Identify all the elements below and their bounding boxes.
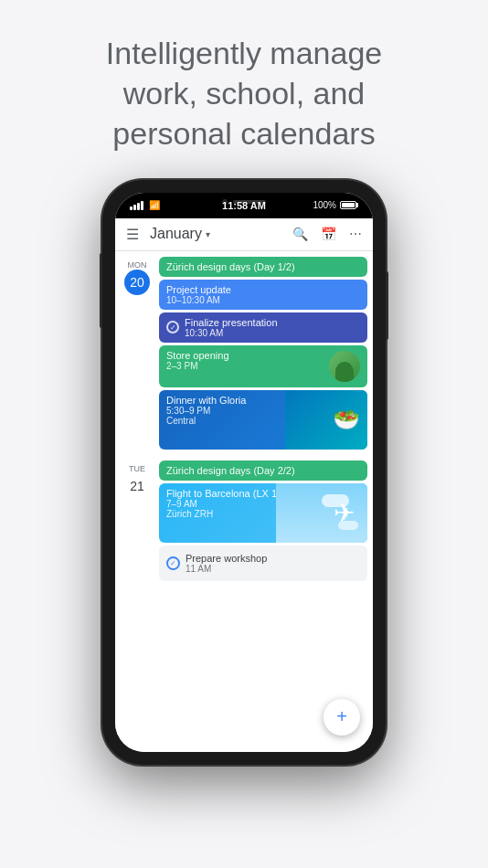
phone-screen: 📶 11:58 AM 100% ☰ January ▾ 🔍 [115, 193, 373, 752]
bar1 [130, 206, 133, 210]
bar4 [141, 201, 143, 210]
dinner-event[interactable]: 🥗 Dinner with Gloria 5:30–9 PM Central [159, 390, 367, 450]
day-row-monday: MON 20 Zürich design days (Day 1/2) Proj… [115, 251, 373, 453]
hamburger-icon[interactable]: ☰ [126, 226, 139, 243]
fab-button[interactable]: + [324, 699, 360, 736]
zurich-day1-title: Zürich design days (Day 1/2) [166, 261, 360, 272]
fab-icon: + [336, 706, 347, 727]
day-number-20: 20 [124, 270, 150, 295]
workshop-title: Prepare workshop [186, 553, 267, 564]
zurich-day2-event[interactable]: Zürich design days (Day 2/2) [159, 460, 367, 481]
monday-events: Zürich design days (Day 1/2) Project upd… [159, 257, 367, 450]
bar2 [133, 205, 136, 210]
search-icon[interactable]: 🔍 [292, 227, 308, 241]
battery-tip [356, 203, 358, 207]
headline: Intelligently manage work, school, and p… [69, 0, 419, 173]
app-header: ☰ January ▾ 🔍 📅 ⋯ [115, 218, 373, 251]
dropdown-arrow: ▾ [206, 229, 210, 239]
day-label-monday: MON 20 [121, 257, 154, 295]
battery-fill [342, 203, 355, 207]
signal-area: 📶 [130, 200, 160, 210]
project-time: 10–10:30 AM [166, 295, 360, 305]
status-time: 11:58 AM [222, 200, 266, 211]
finalize-time: 10:30 AM [185, 328, 278, 338]
battery-icon [340, 201, 358, 209]
status-bar: 📶 11:58 AM 100% [115, 193, 373, 218]
month-label: January [150, 226, 202, 242]
headline-text: Intelligently manage work, school, and p… [106, 33, 382, 154]
finalize-event[interactable]: ✓ Finalize presentation 10:30 AM [159, 312, 367, 343]
workshop-text: Prepare workshop 11 AM [186, 553, 267, 574]
project-update-event[interactable]: Project update 10–10:30 AM [159, 280, 367, 310]
calendar-content: MON 20 Zürich design days (Day 1/2) Proj… [115, 251, 373, 752]
day-name-tue: TUE [129, 464, 145, 473]
zurich-day1-event[interactable]: Zürich design days (Day 1/2) [159, 257, 367, 277]
signal-bars [130, 201, 143, 210]
store-opening-event[interactable]: Store opening 2–3 PM [159, 345, 367, 387]
finalize-title: Finalize presentation [185, 317, 278, 328]
zurich-day2-title: Zürich design days (Day 2/2) [166, 465, 360, 476]
month-title[interactable]: January ▾ [150, 226, 210, 242]
project-title: Project update [166, 284, 360, 295]
day-label-tuesday: TUE 21 [121, 460, 154, 499]
battery-percent: 100% [313, 200, 336, 210]
day-number-21: 21 [124, 473, 150, 499]
day-row-tuesday: TUE 21 Zürich design days (Day 2/2) [115, 455, 373, 585]
header-icons: 🔍 📅 ⋯ [292, 227, 362, 241]
bar3 [137, 203, 140, 210]
wifi-icon: 📶 [149, 200, 160, 210]
calendar-icon[interactable]: 📅 [321, 227, 336, 241]
workshop-task[interactable]: ✓ Prepare workshop 11 AM [159, 545, 367, 581]
more-icon[interactable]: ⋯ [349, 227, 362, 241]
finalize-text: Finalize presentation 10:30 AM [185, 317, 278, 338]
tuesday-events: Zürich design days (Day 2/2) ✈ Flight to… [159, 460, 367, 581]
battery-area: 100% [313, 200, 358, 210]
battery-body [340, 201, 356, 209]
phone-mockup: 📶 11:58 AM 100% ☰ January ▾ 🔍 [102, 180, 386, 765]
day-name-mon: MON [128, 260, 147, 270]
workshop-time: 11 AM [186, 564, 267, 574]
flight-event[interactable]: ✈ Flight to Barcelona (LX 1952) 7–9 AM Z… [159, 483, 367, 543]
